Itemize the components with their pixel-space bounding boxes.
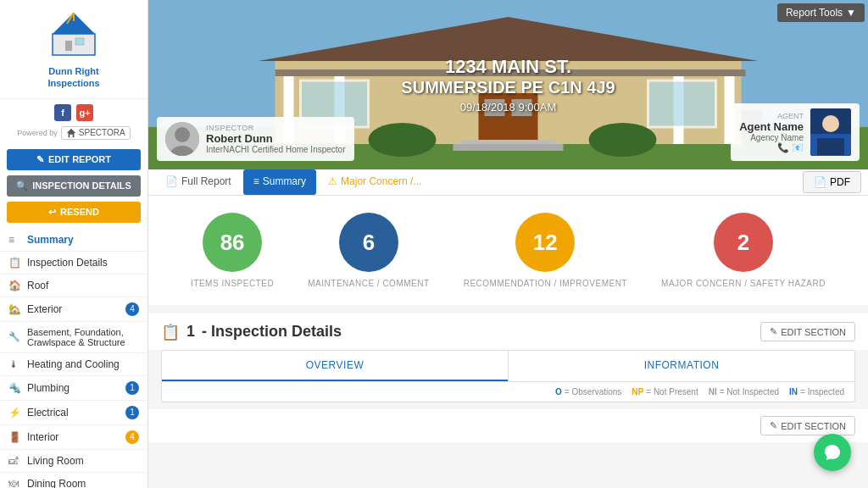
roof-icon: 🏠 <box>8 280 22 291</box>
legend-in: IN = Inspected <box>789 387 844 396</box>
sidebar-item-roof[interactable]: 🏠 Roof <box>0 274 147 297</box>
plumbing-icon: 🔩 <box>8 382 22 394</box>
svg-rect-2 <box>65 41 72 51</box>
sidebar-nav: ≡ Summary 📋 Inspection Details 🏠 Roof 🏡 … <box>0 229 147 488</box>
svg-rect-8 <box>70 134 72 136</box>
warning-icon: ⚠ <box>328 175 337 187</box>
inspection-details-button[interactable]: 🔍 INSPECTION DETAILS <box>7 175 141 197</box>
legend-row: O = Observations NP = Not Present NI = N… <box>162 382 854 402</box>
hero-address: 1234 MAIN ST. SUMMERSIDE PE C1N 4J9 09/1… <box>401 56 615 114</box>
svg-point-25 <box>369 123 437 157</box>
sidebar-item-inspection-details[interactable]: 📋 Inspection Details <box>0 252 147 274</box>
sidebar-item-plumbing[interactable]: 🔩 Plumbing 1 <box>0 376 147 401</box>
address-city: SUMMERSIDE PE C1N 4J9 <box>401 78 615 97</box>
svg-rect-3 <box>75 38 84 45</box>
social-links: f g+ <box>0 99 147 126</box>
edit-section-bottom-button[interactable]: ✎ EDIT SECTION <box>760 416 855 435</box>
edit-report-button[interactable]: ✎ EDIT REPORT <box>7 149 141 170</box>
list-icon: ≡ <box>8 234 22 246</box>
heating-icon: 🌡 <box>8 358 22 370</box>
bottom-edit-section: ✎ EDIT SECTION <box>148 409 868 442</box>
inspection-date: 09/18/2018 9:00AM <box>401 101 615 114</box>
svg-rect-0 <box>53 34 95 55</box>
exterior-badge: 4 <box>125 302 139 316</box>
svg-rect-22 <box>648 80 716 127</box>
main-content: 1234 MAIN ST. SUMMERSIDE PE C1N 4J9 09/1… <box>148 0 868 488</box>
stat-recommendation: 12 RECOMMENDATION / IMPROVEMENT <box>464 213 627 288</box>
edit-icon: ✎ <box>36 154 44 165</box>
facebook-icon[interactable]: f <box>54 104 71 121</box>
summary-icon: ≡ <box>253 175 259 187</box>
legend-ni: NI = Not Inspected <box>709 387 779 396</box>
svg-point-33 <box>822 115 839 132</box>
spectora-logo: SPECTORA <box>61 126 131 140</box>
pencil-icon-2: ✎ <box>770 420 777 431</box>
plumbing-badge: 1 <box>125 381 139 395</box>
logo-icon <box>48 8 99 59</box>
hero-section: 1234 MAIN ST. SUMMERSIDE PE C1N 4J9 09/1… <box>148 0 868 169</box>
doc-icon: 📄 <box>165 175 178 187</box>
resend-button[interactable]: ↩ RESEND <box>7 202 141 223</box>
sidebar-item-summary[interactable]: ≡ Summary <box>0 229 147 252</box>
report-tools-button[interactable]: Report Tools ▼ <box>777 3 865 22</box>
agent-avatar <box>810 108 851 156</box>
tab-full-report[interactable]: 📄 Full Report <box>155 169 242 195</box>
clipboard-icon: 📋 <box>161 323 180 341</box>
powered-by: Powered by SPECTORA <box>0 126 147 147</box>
agent-card: AGENT Agent Name Agency Name 📞 📧 <box>731 103 860 161</box>
basement-icon: 🔧 <box>8 331 22 342</box>
tab-summary[interactable]: ≡ Summary <box>243 169 316 195</box>
doc-icon: 📋 <box>8 257 22 269</box>
chat-icon <box>823 443 842 462</box>
items-inspected-circle: 86 <box>203 213 262 272</box>
sidebar-item-living-room[interactable]: 🛋 Living Room <box>0 450 147 473</box>
chat-fab[interactable] <box>814 434 851 471</box>
search-icon: 🔍 <box>16 180 28 191</box>
interior-badge: 4 <box>125 430 139 444</box>
legend-o: O = Observations <box>555 387 621 396</box>
major-concern-circle: 2 <box>714 213 773 272</box>
svg-point-29 <box>175 127 190 142</box>
address-street: 1234 MAIN ST. <box>401 56 615 78</box>
recommendation-circle: 12 <box>515 213 575 272</box>
info-tabs: OVERVIEW INFORMATION O = Observations NP… <box>161 350 855 402</box>
stat-maintenance: 6 MAINTENANCE / COMMENT <box>308 213 429 288</box>
electrical-badge: 1 <box>125 406 139 419</box>
tab-bar: 📄 Full Report ≡ Summary ⚠ Major Concern … <box>148 169 868 196</box>
tab-overview[interactable]: OVERVIEW <box>162 351 508 381</box>
agent-info: AGENT Agent Name Agency Name 📞 📧 <box>739 112 804 153</box>
section-title: 📋 1 - Inspection Details <box>161 323 342 341</box>
exterior-icon: 🏡 <box>8 303 22 315</box>
tab-information[interactable]: INFORMATION <box>508 351 854 381</box>
svg-rect-24 <box>453 144 564 151</box>
dining-icon: 🍽 <box>8 478 22 488</box>
svg-marker-6 <box>67 128 75 132</box>
tab-major-concern[interactable]: ⚠ Major Concern /... <box>318 169 431 195</box>
svg-point-26 <box>589 123 657 157</box>
section-header: 📋 1 - Inspection Details ✎ EDIT SECTION <box>148 313 868 350</box>
sidebar-item-heating[interactable]: 🌡 Heating and Cooling <box>0 353 147 376</box>
sidebar-item-basement[interactable]: 🔧 Basement, Foundation, Crawlspace & Str… <box>0 322 147 353</box>
inspector-info: INSPECTOR Robert Dunn InterNACHI Certifi… <box>206 124 346 154</box>
edit-section-button[interactable]: ✎ EDIT SECTION <box>760 322 855 341</box>
stat-major-concern: 2 MAJOR CONCERN / SAFETY HAZARD <box>661 213 826 288</box>
sidebar-item-dining-room[interactable]: 🍽 Dining Room <box>0 473 147 488</box>
sidebar-item-exterior[interactable]: 🏡 Exterior 4 <box>0 297 147 322</box>
pdf-button[interactable]: 📄 PDF <box>803 171 861 193</box>
maintenance-circle: 6 <box>339 213 398 272</box>
info-tab-row: OVERVIEW INFORMATION <box>162 351 854 382</box>
inspector-card: INSPECTOR Robert Dunn InterNACHI Certifi… <box>157 117 354 161</box>
living-icon: 🛋 <box>8 455 22 467</box>
inspector-avatar <box>165 122 199 156</box>
interior-icon: 🚪 <box>8 431 22 443</box>
sidebar-item-interior[interactable]: 🚪 Interior 4 <box>0 425 147 450</box>
logo-area: Dunn Right Inspections <box>0 0 147 99</box>
pdf-icon: 📄 <box>814 176 826 188</box>
google-plus-icon[interactable]: g+ <box>76 104 93 121</box>
stat-items-inspected: 86 ITEMS INSPECTED <box>191 213 274 288</box>
sidebar-item-electrical[interactable]: ⚡ Electrical 1 <box>0 401 147 425</box>
dropdown-icon: ▼ <box>846 7 856 19</box>
logo-text: Dunn Right Inspections <box>8 65 139 90</box>
electrical-icon: ⚡ <box>8 407 22 419</box>
stats-row: 86 ITEMS INSPECTED 6 MAINTENANCE / COMME… <box>148 196 868 305</box>
